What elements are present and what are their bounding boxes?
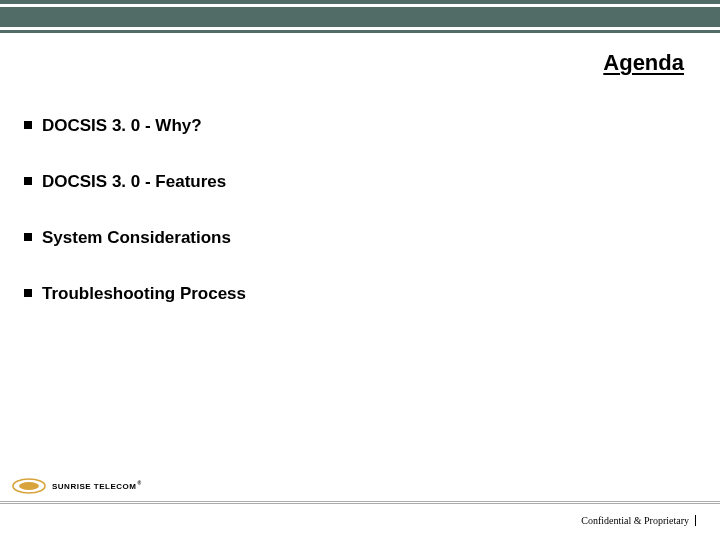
list-item: System Considerations	[24, 228, 664, 248]
bullet-text: DOCSIS 3. 0 - Why?	[42, 116, 202, 135]
header-bar-thin-top	[0, 0, 720, 4]
bullet-text: System Considerations	[42, 228, 231, 247]
svg-point-1	[19, 482, 39, 490]
slide-title: Agenda	[603, 50, 684, 76]
list-item: DOCSIS 3. 0 - Features	[24, 172, 664, 192]
brand-text: SUNRISE TELECOM®	[52, 482, 141, 491]
list-item: DOCSIS 3. 0 - Why?	[24, 116, 664, 136]
footer-rule	[0, 503, 720, 504]
slide: Agenda DOCSIS 3. 0 - Why? DOCSIS 3. 0 - …	[0, 0, 720, 540]
bullet-text: DOCSIS 3. 0 - Features	[42, 172, 226, 191]
bullet-text: Troubleshooting Process	[42, 284, 246, 303]
sunrise-icon	[12, 478, 46, 494]
brand-logo: SUNRISE TELECOM®	[12, 478, 141, 494]
footer-confidential: Confidential & Proprietary	[581, 515, 696, 526]
list-item: Troubleshooting Process	[24, 284, 664, 304]
brand-name: SUNRISE TELECOM	[52, 482, 136, 491]
registered-mark: ®	[137, 480, 141, 486]
footer-rule	[0, 501, 720, 502]
bullet-list: DOCSIS 3. 0 - Why? DOCSIS 3. 0 - Feature…	[24, 116, 664, 340]
header-bar-thin-bottom	[0, 30, 720, 33]
header-bar-thick	[0, 7, 720, 27]
